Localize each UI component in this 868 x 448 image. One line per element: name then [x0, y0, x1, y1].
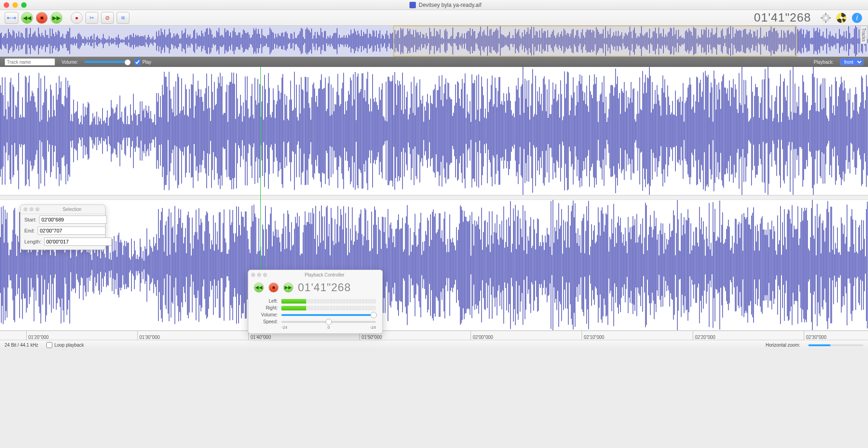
- track-name-input[interactable]: [5, 58, 55, 66]
- svg-rect-2095: [419, 229, 419, 302]
- svg-rect-710: [809, 31, 809, 51]
- burn-button[interactable]: [835, 11, 848, 24]
- sel-end-input[interactable]: [38, 227, 106, 235]
- play-checkbox-wrap[interactable]: Play: [134, 59, 151, 65]
- sel-length-input[interactable]: [44, 238, 112, 246]
- loop-playback-wrap[interactable]: Loop playback: [46, 342, 84, 348]
- svg-rect-1841: [174, 243, 174, 287]
- sel-start-input[interactable]: [39, 216, 107, 224]
- minimize-window-button[interactable]: [12, 2, 18, 8]
- overview-waveform[interactable]: [0, 26, 868, 57]
- svg-rect-1406: [622, 91, 622, 171]
- forward-button[interactable]: ▶▶: [50, 12, 62, 24]
- svg-rect-2178: [498, 245, 499, 285]
- svg-rect-1666: [5, 210, 5, 321]
- svg-rect-1348: [566, 84, 566, 178]
- svg-rect-1497: [710, 93, 710, 169]
- svg-rect-12: [1, 33, 2, 50]
- record-button[interactable]: ●: [71, 12, 83, 24]
- svg-rect-1405: [621, 88, 622, 173]
- svg-rect-1640: [848, 93, 848, 169]
- svg-rect-1888: [219, 212, 219, 318]
- svg-rect-2409: [722, 225, 722, 305]
- svg-rect-828: [65, 96, 65, 166]
- track-volume-slider[interactable]: [84, 61, 128, 63]
- svg-rect-729: [831, 36, 831, 45]
- overview-selection[interactable]: [393, 26, 797, 56]
- svg-rect-1631: [839, 87, 840, 175]
- svg-rect-2169: [490, 252, 490, 278]
- info-button[interactable]: i: [851, 11, 863, 24]
- svg-rect-1790: [124, 241, 125, 289]
- svg-rect-1398: [614, 88, 615, 175]
- svg-rect-1381: [598, 122, 599, 139]
- play-checkbox[interactable]: [134, 59, 140, 65]
- selection-panel[interactable]: Selection Start: End: Length:: [20, 205, 106, 250]
- svg-rect-1814: [147, 256, 148, 274]
- channel-right[interactable]: [0, 200, 868, 331]
- tool-cut-button[interactable]: ✂: [85, 12, 98, 24]
- stop-button[interactable]: ■: [36, 12, 48, 24]
- tool-disable-button[interactable]: ⊘: [101, 12, 114, 24]
- tracks-tab[interactable]: Tracks: [860, 26, 867, 44]
- playback-controller-panel[interactable]: Playback Controller ◀◀ ■ ▶▶ 01'41"268 Le…: [248, 270, 383, 334]
- svg-rect-1534: [745, 80, 746, 182]
- svg-rect-2197: [517, 216, 517, 314]
- svg-rect-1530: [742, 67, 742, 195]
- svg-rect-1038: [267, 103, 268, 159]
- close-window-button[interactable]: [4, 2, 9, 8]
- svg-rect-1302: [522, 84, 522, 177]
- svg-rect-769: [8, 101, 8, 160]
- svg-rect-1081: [308, 103, 309, 159]
- svg-rect-929: [162, 85, 162, 177]
- svg-rect-736: [839, 29, 840, 53]
- svg-rect-1035: [264, 75, 265, 187]
- pc-volume-slider[interactable]: [281, 314, 376, 316]
- svg-rect-1462: [676, 116, 677, 146]
- svg-rect-1639: [847, 116, 847, 146]
- channel-left[interactable]: [0, 67, 868, 195]
- svg-rect-2172: [493, 243, 493, 287]
- svg-rect-786: [24, 117, 25, 144]
- svg-rect-2275: [592, 240, 593, 290]
- tool-waveform-button[interactable]: ≋: [117, 12, 129, 24]
- svg-rect-1502: [715, 79, 715, 183]
- pc-speed-slider[interactable]: [281, 321, 376, 323]
- svg-rect-1615: [823, 108, 824, 154]
- svg-rect-1101: [328, 83, 328, 178]
- rewind-button[interactable]: ◀◀: [21, 12, 33, 24]
- svg-rect-1186: [410, 108, 410, 154]
- svg-rect-1665: [4, 243, 4, 288]
- svg-rect-2548: [856, 220, 856, 310]
- pc-forward-button[interactable]: ▶▶: [283, 282, 293, 293]
- svg-rect-1254: [476, 120, 476, 142]
- svg-rect-2372: [686, 220, 686, 310]
- svg-rect-901: [135, 110, 135, 152]
- time-display: 01'41"268: [754, 11, 811, 25]
- svg-rect-2123: [446, 244, 446, 285]
- svg-rect-1299: [519, 98, 519, 164]
- svg-rect-860: [95, 124, 96, 137]
- loop-playback-checkbox[interactable]: [46, 342, 52, 348]
- horizontal-zoom-slider[interactable]: [808, 344, 863, 346]
- selection-panel-header[interactable]: Selection: [21, 205, 105, 214]
- time-ruler[interactable]: 01'20"00001'30"00001'40"00001'50"00002'0…: [0, 331, 868, 340]
- svg-rect-2550: [857, 254, 858, 277]
- settings-button[interactable]: [819, 11, 832, 24]
- svg-rect-2231: [550, 247, 550, 283]
- svg-rect-326: [364, 34, 365, 48]
- pc-stop-button[interactable]: ■: [269, 282, 279, 293]
- fit-window-button[interactable]: ⇤⇥: [5, 12, 18, 24]
- svg-rect-1311: [531, 105, 531, 156]
- svg-rect-1544: [755, 84, 756, 178]
- playback-mode-select[interactable]: front: [840, 58, 863, 66]
- svg-rect-1294: [514, 117, 515, 145]
- pc-rewind-button[interactable]: ◀◀: [254, 282, 264, 293]
- svg-rect-1769: [104, 254, 105, 276]
- ruler-tick: 01'30"000: [137, 331, 160, 340]
- zoom-window-button[interactable]: [21, 2, 27, 8]
- svg-rect-787: [25, 76, 26, 186]
- waveform-area[interactable]: Selection Start: End: Length: Playback C…: [0, 67, 868, 331]
- svg-rect-837: [73, 100, 74, 162]
- pc-header[interactable]: Playback Controller: [248, 270, 382, 279]
